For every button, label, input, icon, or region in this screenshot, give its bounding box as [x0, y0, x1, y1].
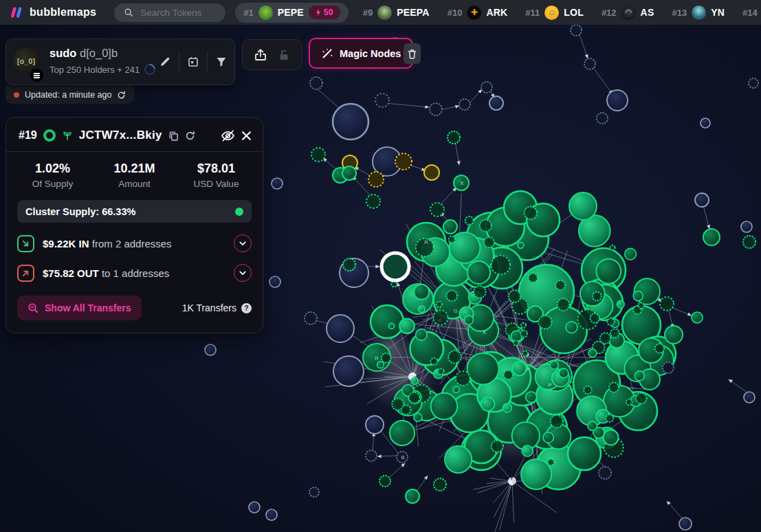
bubble-node[interactable] [633, 291, 643, 301]
bubble-node[interactable] [389, 323, 395, 329]
bubble-node[interactable] [401, 405, 411, 414]
bubble-node[interactable] [343, 258, 355, 271]
bubble-node[interactable] [522, 351, 528, 356]
outflow-row[interactable]: $75.82 OUT to 1 addresses [6, 264, 263, 282]
bubble-node[interactable] [635, 371, 644, 381]
bubble-node[interactable] [597, 113, 608, 124]
bubble-node[interactable] [569, 192, 597, 220]
bubble-node[interactable] [626, 399, 632, 406]
selected-bubble[interactable] [382, 253, 409, 280]
bubble-node[interactable] [551, 415, 563, 428]
edit-map-button[interactable] [159, 56, 170, 67]
search-input[interactable] [139, 7, 216, 19]
bubble-node[interactable] [448, 351, 461, 364]
bubble-node[interactable] [512, 362, 526, 375]
bubble-node[interactable] [504, 370, 513, 379]
bubble-node[interactable] [492, 441, 503, 452]
refresh-icon[interactable] [117, 91, 126, 100]
bubble-node[interactable] [309, 487, 319, 497]
bubble-node[interactable] [492, 256, 510, 274]
token-item-pepe[interactable]: #1PEPE50 [235, 3, 349, 23]
bubble-node[interactable] [526, 392, 537, 403]
bubble-node[interactable] [692, 312, 703, 323]
bubble-node[interactable] [521, 323, 526, 328]
bubble-node[interactable] [655, 344, 665, 353]
bubble-node[interactable] [449, 236, 456, 243]
bubble-node[interactable] [591, 313, 600, 323]
bubble-node[interactable] [744, 392, 755, 403]
bubble-node[interactable] [456, 371, 470, 386]
bubble-node[interactable] [459, 99, 470, 110]
bubble-node[interactable] [272, 178, 283, 189]
bubble-node[interactable] [453, 386, 459, 392]
delete-magic-nodes-button[interactable] [404, 43, 421, 64]
bubble-node[interactable] [342, 166, 356, 180]
bubble-node[interactable] [538, 315, 551, 329]
bubble-node[interactable] [609, 383, 619, 392]
bubble-node[interactable] [333, 356, 364, 386]
token-item-peepa[interactable]: #9PEEPA [354, 5, 439, 20]
bubble-node[interactable] [503, 403, 511, 412]
bubble-node[interactable] [430, 203, 444, 217]
bubble-node[interactable] [368, 172, 384, 187]
bubble-node[interactable] [447, 290, 458, 301]
token-item-yn[interactable]: #13YN [663, 5, 734, 20]
bubble-node[interactable] [610, 245, 615, 250]
bubble-node[interactable] [467, 261, 490, 284]
bubble-node[interactable] [588, 349, 597, 357]
bubble-node[interactable] [437, 302, 442, 307]
bubble-node[interactable] [584, 58, 595, 69]
bubble-node[interactable] [701, 118, 710, 128]
bubble-node[interactable] [443, 220, 457, 234]
bubble-node[interactable] [522, 445, 533, 456]
bubble-node[interactable] [550, 361, 558, 369]
bubble-node[interactable] [548, 459, 554, 465]
bubble-node[interactable] [416, 329, 427, 340]
bubble-node[interactable] [467, 353, 499, 385]
bubble-node[interactable] [327, 315, 354, 342]
bubble-node[interactable] [266, 509, 277, 520]
bubble-node[interactable] [414, 413, 422, 421]
bubble-node[interactable] [663, 362, 674, 373]
bubble-node[interactable] [606, 414, 613, 422]
bubble-node[interactable] [430, 103, 442, 115]
bubble-node[interactable] [749, 78, 758, 88]
bubble-node[interactable] [543, 432, 553, 443]
bubble-node[interactable] [249, 502, 260, 513]
bubble-node[interactable] [484, 237, 494, 247]
bubble-node[interactable] [379, 476, 390, 487]
bubble-node[interactable] [743, 236, 756, 248]
boost-badge[interactable]: 50 [309, 5, 340, 19]
open-explorer-button[interactable] [185, 131, 195, 141]
bubble-node[interactable] [371, 305, 404, 338]
bubble-node[interactable] [638, 303, 644, 309]
hide-wallet-button[interactable] [221, 130, 235, 142]
bubble-node[interactable] [596, 259, 621, 284]
bubble-node[interactable] [509, 290, 521, 302]
bubble-node[interactable] [395, 153, 412, 170]
bubble-node[interactable] [636, 393, 646, 403]
bubble-node[interactable] [529, 274, 538, 282]
bubble-node[interactable] [525, 207, 537, 219]
token-item-as[interactable]: #12◠AS [593, 5, 663, 20]
bubble-node[interactable] [448, 131, 460, 144]
bubble-node[interactable] [558, 298, 570, 311]
bubble-node[interactable] [665, 326, 683, 344]
bubble-node[interactable] [411, 377, 418, 384]
bubble-node[interactable] [433, 310, 448, 324]
bubble-node[interactable] [406, 489, 419, 503]
bubble-node[interactable] [511, 331, 522, 342]
bubble-node[interactable] [521, 459, 551, 489]
bubble-node[interactable] [599, 467, 611, 479]
show-all-transfers-button[interactable]: Show All Transfers [17, 296, 142, 320]
bubble-node[interactable] [366, 450, 377, 461]
bubble-node[interactable] [617, 300, 624, 308]
bubble-node[interactable] [430, 358, 437, 365]
help-icon[interactable]: ? [241, 303, 252, 313]
bubble-node[interactable] [520, 331, 527, 337]
bubble-node[interactable] [366, 416, 384, 434]
search-tokens[interactable] [114, 3, 225, 22]
bubble-node[interactable] [481, 82, 492, 93]
bubble-node[interactable] [741, 221, 752, 232]
bubble-node[interactable] [625, 248, 637, 260]
